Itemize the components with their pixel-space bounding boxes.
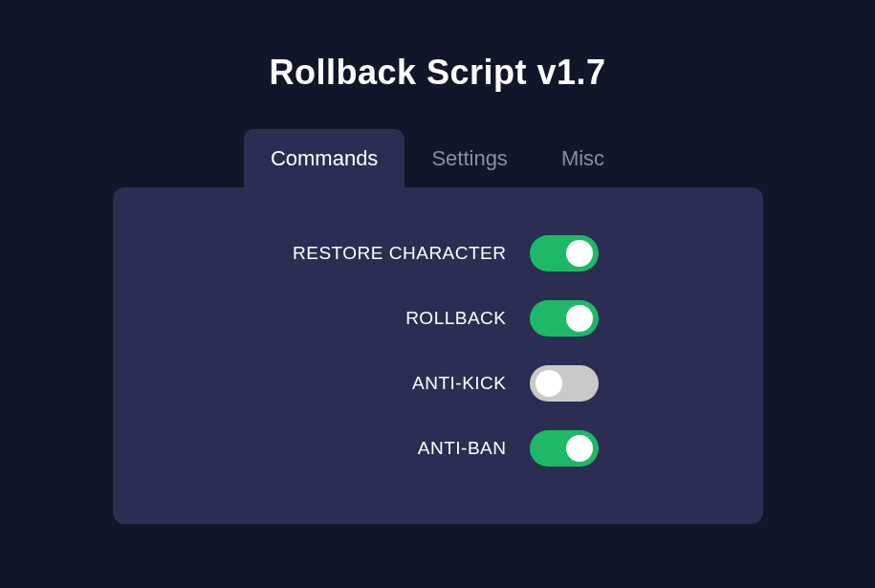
label-restore-character: RESTORE CHARACTER [277,243,507,264]
tab-misc[interactable]: Misc [535,129,631,188]
toggle-knob [566,435,593,462]
label-anti-ban: ANTI-BAN [277,438,507,459]
row-anti-ban: ANTI-BAN [151,430,725,467]
toggle-anti-kick[interactable] [530,365,599,402]
label-anti-kick: ANTI-KICK [277,373,507,394]
commands-panel: RESTORE CHARACTER ROLLBACK ANTI-KICK ANT… [113,187,763,524]
toggle-knob [566,305,593,332]
tab-commands[interactable]: Commands [244,129,405,188]
row-anti-kick: ANTI-KICK [151,365,725,402]
label-rollback: ROLLBACK [277,308,507,329]
toggle-knob [566,240,593,267]
toggle-restore-character[interactable] [530,235,599,272]
row-restore-character: RESTORE CHARACTER [151,235,725,272]
row-rollback: ROLLBACK [151,300,725,337]
toggle-anti-ban[interactable] [530,430,599,467]
toggle-knob [536,370,562,397]
tab-settings[interactable]: Settings [405,129,535,188]
app-container: Rollback Script v1.7 Commands Settings M… [0,0,875,524]
tab-bar: Commands Settings Misc [244,129,631,188]
page-title: Rollback Script v1.7 [269,53,605,93]
toggle-rollback[interactable] [530,300,599,337]
